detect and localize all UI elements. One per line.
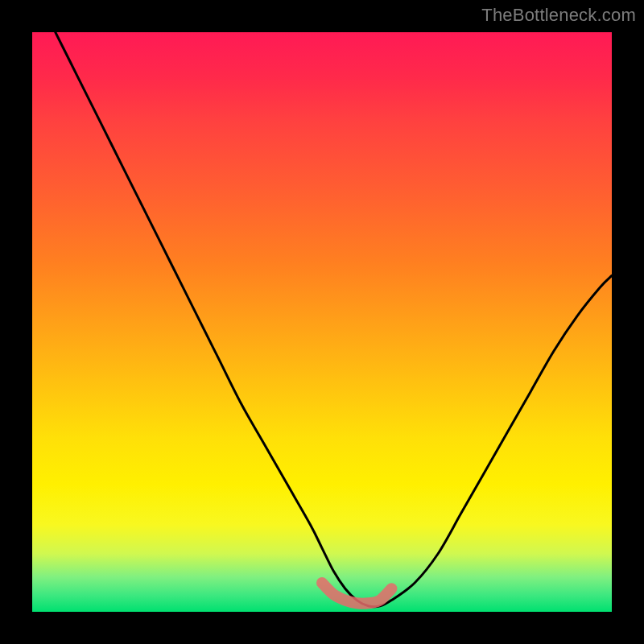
plot-area bbox=[32, 32, 612, 612]
curve-svg bbox=[32, 32, 612, 612]
bottleneck-curve-path bbox=[56, 32, 612, 607]
chart-frame: TheBottleneck.com bbox=[0, 0, 644, 644]
highlight-segment-path bbox=[322, 583, 391, 604]
watermark-text: TheBottleneck.com bbox=[481, 5, 636, 26]
